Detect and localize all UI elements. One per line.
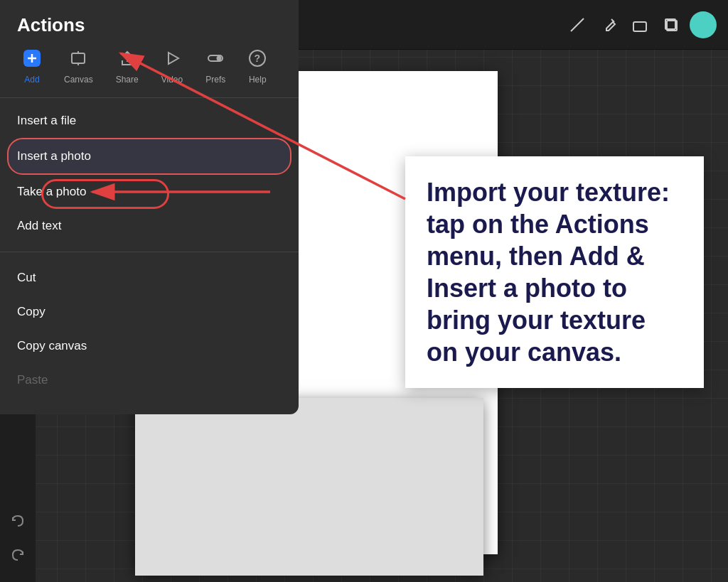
- menu-add-section: Insert a file Insert a photo Take a phot…: [0, 98, 299, 249]
- pen-icon[interactable]: [596, 12, 621, 38]
- menu-divider-1: [0, 252, 299, 252]
- insert-photo-item[interactable]: Insert a photo: [9, 139, 290, 173]
- copy-label: Copy: [17, 305, 46, 319]
- paste-label: Paste: [17, 373, 48, 387]
- menu-edit-section: Cut Copy Copy canvas Paste: [0, 255, 299, 403]
- svg-rect-8: [72, 53, 85, 63]
- tab-share-label: Share: [116, 75, 139, 85]
- svg-point-13: [217, 56, 222, 61]
- svg-rect-1: [633, 22, 646, 31]
- cut-label: Cut: [17, 271, 36, 285]
- avatar[interactable]: [690, 11, 717, 38]
- tab-prefs[interactable]: Prefs: [194, 45, 237, 89]
- actions-title: Actions: [0, 0, 299, 45]
- eraser-icon[interactable]: [627, 12, 653, 38]
- tab-help-label: Help: [249, 75, 267, 85]
- tab-canvas[interactable]: Canvas: [53, 45, 105, 89]
- video-tab-icon: [163, 49, 181, 72]
- toolbar-right-icons: [564, 11, 717, 38]
- copy-canvas-label: Copy canvas: [17, 339, 87, 353]
- annotation-box: Import your texture: tap on the Actions …: [405, 156, 704, 388]
- svg-marker-11: [168, 53, 178, 64]
- share-tab-icon: [118, 49, 136, 72]
- actions-panel: Actions Add Canvas: [0, 0, 299, 414]
- annotation-text: Import your texture: tap on the Actions …: [427, 176, 682, 368]
- tab-prefs-label: Prefs: [205, 75, 225, 85]
- sidebar-bottom: [5, 508, 31, 568]
- help-tab-icon: ?: [248, 49, 267, 72]
- actions-tabs: Add Canvas Share: [0, 45, 299, 98]
- take-photo-label: Take a photo: [17, 185, 86, 199]
- undo-icon[interactable]: [5, 508, 31, 534]
- svg-line-0: [571, 18, 584, 31]
- canvas-page-secondary: [135, 398, 483, 576]
- insert-file-label: Insert a file: [17, 114, 76, 128]
- paste-item[interactable]: Paste: [0, 363, 299, 397]
- tab-add[interactable]: Add: [11, 45, 53, 89]
- insert-photo-label: Insert a photo: [17, 149, 91, 163]
- layers-icon[interactable]: [658, 12, 684, 38]
- redo-icon[interactable]: [5, 542, 31, 568]
- cut-item[interactable]: Cut: [0, 261, 299, 295]
- canvas-tab-icon: [69, 49, 87, 72]
- insert-file-item[interactable]: Insert a file: [0, 104, 299, 138]
- add-text-label: Add text: [17, 219, 61, 233]
- tab-add-label: Add: [24, 75, 39, 85]
- svg-text:?: ?: [255, 53, 261, 64]
- tab-help[interactable]: ? Help: [237, 45, 278, 89]
- tab-video[interactable]: Video: [150, 45, 194, 89]
- copy-canvas-item[interactable]: Copy canvas: [0, 329, 299, 363]
- tab-video-label: Video: [161, 75, 183, 85]
- prefs-tab-icon: [206, 49, 225, 72]
- tab-share[interactable]: Share: [105, 45, 150, 89]
- take-photo-item[interactable]: Take a photo: [0, 175, 299, 209]
- copy-item[interactable]: Copy: [0, 295, 299, 329]
- add-tab-icon: [23, 49, 41, 72]
- add-text-item[interactable]: Add text: [0, 209, 299, 243]
- tab-canvas-label: Canvas: [64, 75, 93, 85]
- brush-icon[interactable]: [564, 12, 590, 38]
